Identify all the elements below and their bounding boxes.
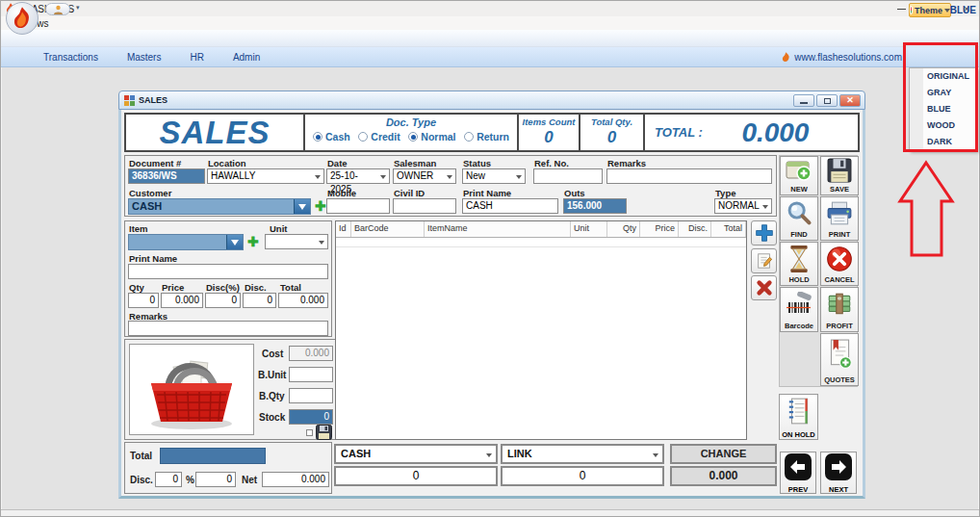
website-link[interactable]: www.flashesolutions.com <box>794 52 902 63</box>
tab-hr[interactable]: HR <box>186 50 207 65</box>
radio-normal-icon <box>408 132 418 142</box>
theme-option-gray[interactable]: GRAY <box>910 85 976 101</box>
mobile-field[interactable] <box>326 198 390 214</box>
tab-admin[interactable]: Admin <box>229 50 264 65</box>
item-print-name-field[interactable] <box>128 264 328 279</box>
radio-credit[interactable]: Credit <box>358 131 400 142</box>
qty-field[interactable]: 0 <box>128 293 159 308</box>
save-image-icon[interactable] <box>316 425 332 440</box>
bqty-field[interactable] <box>289 388 333 403</box>
price-field[interactable]: 0.000 <box>161 293 203 308</box>
find-button[interactable]: FIND <box>780 196 818 241</box>
remarks-label: Remarks <box>607 158 646 168</box>
print-name-field[interactable]: CASH <box>462 198 558 214</box>
footer-pct-field[interactable]: 0 <box>195 472 236 487</box>
civil-id-field[interactable] <box>393 198 456 214</box>
cancel-icon <box>826 243 853 274</box>
col-unit[interactable]: Unit <box>571 221 607 237</box>
footer-net-field[interactable]: 0.000 <box>262 472 329 487</box>
radio-normal[interactable]: Normal <box>408 131 455 142</box>
col-barcode[interactable]: BarCode <box>351 221 425 237</box>
item-select[interactable] <box>128 234 244 250</box>
doc-type-section: Doc. Type Cash Credit Normal Return <box>305 115 519 150</box>
theme-option-blue[interactable]: BLUE <box>910 101 976 117</box>
col-price[interactable]: Price <box>640 221 679 237</box>
sales-window-titlebar[interactable]: SALES ✕ <box>118 90 865 110</box>
radio-return[interactable]: Return <box>464 131 509 142</box>
payment1-amount-field[interactable]: 0 <box>334 466 498 486</box>
theme-option-original[interactable]: ORIGINAL <box>910 68 976 85</box>
tab-transactions[interactable]: Transactions <box>39 50 102 65</box>
date-picker[interactable]: 25-10-2025 <box>326 168 390 184</box>
save-button[interactable]: SAVE <box>820 156 859 195</box>
disc-label: Disc. <box>245 282 267 293</box>
app-logo-button[interactable] <box>6 2 39 35</box>
cancel-button[interactable]: CANCEL <box>820 242 859 286</box>
edit-row-button[interactable] <box>751 248 777 273</box>
delete-row-button[interactable] <box>751 275 777 300</box>
theme-button[interactable]: Theme <box>909 3 951 17</box>
user-quick-button[interactable] <box>45 3 70 15</box>
on-hold-button[interactable]: ON HOLD <box>779 394 818 440</box>
add-row-button[interactable] <box>751 220 777 246</box>
save-image-checkbox[interactable] <box>306 429 313 436</box>
type-select[interactable]: NORMAL <box>714 198 772 214</box>
col-total[interactable]: Total <box>711 221 746 237</box>
col-id[interactable]: Id <box>336 221 351 237</box>
payment2-amount-field[interactable]: 0 <box>501 466 664 486</box>
stock-label: Stock <box>259 412 285 423</box>
status-label: Status <box>463 158 491 168</box>
unit-select[interactable] <box>265 234 328 249</box>
toolbar-overflow-icon[interactable]: ▾ <box>76 4 80 12</box>
radio-cash[interactable]: Cash <box>313 131 350 142</box>
profit-button[interactable]: PROFIT <box>820 287 859 332</box>
payment1-method-select[interactable]: CASH <box>334 444 498 464</box>
salesman-select[interactable]: OWNER <box>393 168 456 184</box>
disc-pct-field[interactable]: 0 <box>205 293 241 308</box>
next-button[interactable]: NEXT <box>820 452 857 494</box>
document-field[interactable]: 36836/WS <box>128 168 205 184</box>
item-remarks-field[interactable] <box>128 321 328 336</box>
minimize-icon[interactable] <box>894 3 908 14</box>
barcode-icon <box>786 288 812 321</box>
print-button[interactable]: PRINT <box>820 196 859 241</box>
quotes-button[interactable]: QUOTES <box>820 333 859 386</box>
location-select[interactable]: HAWALLY <box>207 168 324 184</box>
footer-disc-field[interactable]: 0 <box>155 472 182 487</box>
bunit-field[interactable] <box>289 367 333 382</box>
disc-field[interactable]: 0 <box>243 293 276 308</box>
ref-no-field[interactable] <box>533 168 603 184</box>
stock-field[interactable]: 0 <box>289 409 333 425</box>
col-disc[interactable]: Disc. <box>679 221 711 237</box>
grid-body[interactable] <box>336 247 746 438</box>
barcode-button[interactable]: Barcode <box>780 287 818 332</box>
payment2-method-select[interactable]: LINK <box>501 444 664 464</box>
sales-maximize-icon[interactable] <box>816 94 838 107</box>
add-customer-icon[interactable]: ✚ <box>315 200 326 212</box>
items-grid[interactable]: Id BarCode ItemName Unit Qty Price Disc.… <box>335 220 747 440</box>
sales-minimize-icon[interactable] <box>793 94 814 107</box>
sales-close-icon[interactable]: ✕ <box>839 94 861 107</box>
item-dropdown-icon[interactable] <box>226 235 243 249</box>
unit-label: Unit <box>270 223 287 234</box>
cost-field[interactable]: 0.000 <box>289 346 333 361</box>
col-itemname[interactable]: ItemName <box>425 221 571 237</box>
add-item-icon[interactable]: ✚ <box>247 236 259 247</box>
customer-dropdown-icon[interactable] <box>294 199 310 214</box>
hold-button[interactable]: HOLD <box>780 242 818 286</box>
line-total-field[interactable]: 0.000 <box>278 293 328 308</box>
prev-button[interactable]: PREV <box>780 452 816 494</box>
new-button[interactable]: NEW <box>780 156 818 195</box>
remarks-field[interactable] <box>606 168 772 184</box>
customer-select[interactable]: CASH <box>128 198 311 215</box>
theme-option-wood[interactable]: WOOD <box>910 117 976 134</box>
tab-masters[interactable]: Masters <box>123 50 166 65</box>
civil-id-label: Civil ID <box>394 188 425 198</box>
status-select[interactable]: New <box>462 168 526 184</box>
outs-field[interactable]: 156.000 <box>563 198 627 214</box>
chevron-down-icon <box>319 241 324 245</box>
theme-option-dark[interactable]: DARK <box>910 134 976 150</box>
col-qty[interactable]: Qty <box>607 221 640 237</box>
profit-money-icon <box>826 288 853 321</box>
find-icon <box>786 197 812 229</box>
